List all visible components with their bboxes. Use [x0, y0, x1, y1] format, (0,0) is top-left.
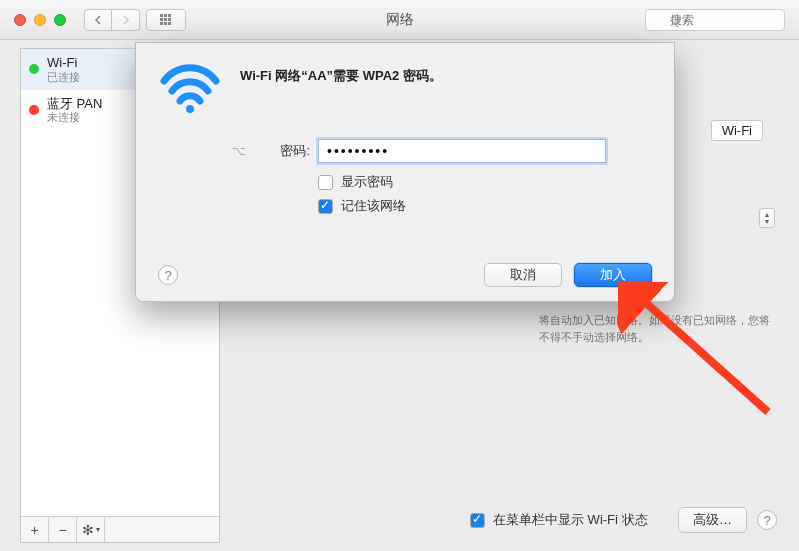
- sidebar-item-label: 蓝牙 PAN: [47, 96, 102, 112]
- show-password-checkbox[interactable]: 显示密码: [318, 173, 652, 191]
- advanced-button[interactable]: 高级…: [678, 507, 747, 533]
- grid-icon: [160, 14, 172, 26]
- checkbox-empty-icon[interactable]: [318, 175, 333, 190]
- close-window[interactable]: [14, 14, 26, 26]
- sidebar-item-label: Wi-Fi: [47, 55, 80, 71]
- menubar-status-checkbox-row[interactable]: 在菜单栏中显示 Wi-Fi 状态: [470, 511, 648, 529]
- chevron-left-icon: [94, 15, 102, 25]
- cancel-button[interactable]: 取消: [484, 263, 562, 287]
- password-input[interactable]: [318, 139, 606, 163]
- chevron-down-icon: ▼: [764, 218, 771, 225]
- dialog-title: Wi-Fi 网络“AA”需要 WPA2 密码。: [240, 67, 442, 113]
- auto-join-description: 将自动加入已知网络。如果没有已知网络，您将不得不手动选择网络。: [539, 312, 773, 345]
- window-controls: [0, 14, 66, 26]
- search-input[interactable]: [645, 9, 785, 31]
- zoom-window[interactable]: [54, 14, 66, 26]
- wifi-password-dialog: Wi-Fi 网络“AA”需要 WPA2 密码。 密码: ⌥ 显示密码 记住该网络: [135, 42, 675, 302]
- checkbox-checked-icon[interactable]: [470, 513, 485, 528]
- wifi-toggle-row: Wi-Fi: [711, 120, 763, 141]
- remember-network-label: 记住该网络: [341, 197, 406, 215]
- password-row: 密码: ⌥: [254, 139, 652, 163]
- chevron-right-icon: [122, 15, 130, 25]
- show-password-label: 显示密码: [341, 173, 393, 191]
- back-button[interactable]: [84, 9, 112, 31]
- remove-interface-button[interactable]: −: [49, 517, 77, 543]
- network-select-stepper[interactable]: ▲ ▼: [759, 208, 775, 228]
- keychain-icon[interactable]: ⌥: [232, 144, 246, 158]
- dialog-help-button[interactable]: ?: [158, 265, 178, 285]
- sidebar-footer: + − ✻: [21, 516, 219, 542]
- wifi-toggle-label: Wi-Fi: [711, 120, 763, 141]
- search-field-wrap: Q: [645, 9, 785, 31]
- interface-actions-button[interactable]: ✻: [77, 517, 105, 543]
- menubar-status-label: 在菜单栏中显示 Wi-Fi 状态: [493, 511, 648, 529]
- wifi-icon: [158, 61, 222, 113]
- minimize-window[interactable]: [34, 14, 46, 26]
- titlebar: 网络 Q: [0, 0, 799, 40]
- chevron-up-icon: ▲: [764, 211, 771, 218]
- help-button[interactable]: ?: [757, 510, 777, 530]
- checkbox-checked-icon[interactable]: [318, 199, 333, 214]
- svg-point-0: [186, 105, 194, 113]
- join-button[interactable]: 加入: [574, 263, 652, 287]
- sidebar-item-status: 未连接: [47, 111, 102, 124]
- password-label: 密码:: [254, 142, 310, 160]
- search-icon: Q: [671, 13, 680, 27]
- show-all-button[interactable]: [146, 9, 186, 31]
- status-dot-icon: [29, 64, 39, 74]
- remember-network-checkbox[interactable]: 记住该网络: [318, 197, 652, 215]
- sidebar-item-status: 已连接: [47, 71, 80, 84]
- status-dot-icon: [29, 105, 39, 115]
- forward-button[interactable]: [112, 9, 140, 31]
- add-interface-button[interactable]: +: [21, 517, 49, 543]
